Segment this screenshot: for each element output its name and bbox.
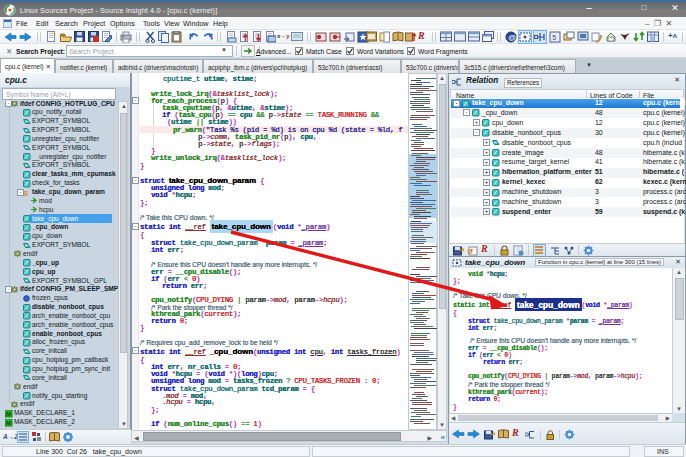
svg-text:5: 5 (552, 34, 556, 41)
svg-text:S: S (24, 189, 29, 196)
svg-text:M: M (6, 411, 11, 417)
svg-text:M: M (6, 420, 11, 426)
svg-text:@: @ (508, 33, 516, 42)
svg-text:↺: ↺ (467, 248, 473, 255)
